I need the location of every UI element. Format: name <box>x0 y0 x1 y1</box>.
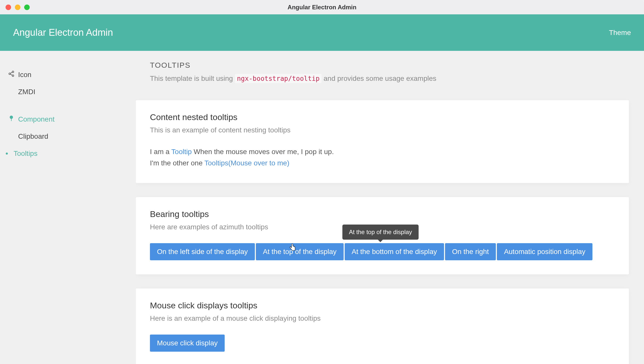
theme-toggle[interactable]: Theme <box>609 29 631 37</box>
app-title: Angular Electron Admin <box>13 27 113 38</box>
svg-line-4 <box>10 74 12 75</box>
dot-icon <box>6 153 8 155</box>
window-title: Angular Electron Admin <box>288 4 356 11</box>
button-row: At the top of the display On the left si… <box>150 243 615 260</box>
tooltip-link-1[interactable]: Tooltip <box>171 148 192 156</box>
card-title: Mouse click displays tooltips <box>150 301 615 310</box>
main-content: TOOLTIPS This template is built using ng… <box>136 51 644 364</box>
svg-line-3 <box>10 72 12 73</box>
card-subtitle: This is an example of content nesting to… <box>150 126 615 134</box>
maximize-window-button[interactable] <box>24 5 30 10</box>
app-header: Angular Electron Admin Theme <box>0 14 644 51</box>
tooltip-link-2[interactable]: Tooltips(Mouse over to me) <box>205 159 290 167</box>
tooltip-button-right[interactable]: On the right <box>445 243 496 260</box>
sidebar-group-icon[interactable]: Icon <box>0 66 136 83</box>
sidebar-item-label: Tooltips <box>14 145 37 162</box>
tooltip-button-auto[interactable]: Automatic position display <box>497 243 592 260</box>
mouse-click-button[interactable]: Mouse click display <box>150 335 225 352</box>
svg-point-0 <box>12 71 14 73</box>
card-content-nested-tooltips: Content nested tooltips This is an examp… <box>136 100 629 183</box>
minimize-window-button[interactable] <box>15 5 20 10</box>
card-title: Content nested tooltips <box>150 112 615 122</box>
sidebar-item-tooltips[interactable]: Tooltips <box>0 145 136 162</box>
code-snippet: ngx-bootstrap/tooltip <box>235 74 322 83</box>
card-bearing-tooltips: Bearing tooltips Here are examples of az… <box>136 197 629 274</box>
tooltip-popup: At the top of the display <box>342 225 419 240</box>
svg-point-1 <box>9 73 11 75</box>
sidebar-item-clipboard[interactable]: Clipboard <box>0 128 136 145</box>
card-title: Bearing tooltips <box>150 209 615 219</box>
card-body-text: I am a Tooltip When the mouse moves over… <box>150 146 615 169</box>
pin-icon <box>8 115 15 123</box>
sidebar-group-label: Icon <box>18 71 31 79</box>
share-icon <box>8 70 15 79</box>
tooltip-button-top[interactable]: At the top of the display <box>256 243 344 260</box>
sidebar-group-component[interactable]: Component <box>0 111 136 128</box>
window-titlebar: Angular Electron Admin <box>0 0 644 14</box>
sidebar-group-label: Component <box>18 115 55 123</box>
svg-rect-6 <box>11 118 12 121</box>
close-window-button[interactable] <box>6 5 11 10</box>
page-subtext: This template is built using ngx-bootstr… <box>136 75 629 83</box>
svg-point-2 <box>12 75 14 77</box>
tooltip-button-left[interactable]: On the left side of the display <box>150 243 255 260</box>
tooltip-button-bottom[interactable]: At the bottom of the display <box>345 243 444 260</box>
card-subtitle: Here is an example of a mouse click disp… <box>150 314 615 322</box>
sidebar: Icon ZMDI Component Clipboard Tooltips <box>0 51 136 364</box>
sidebar-item-zmdi[interactable]: ZMDI <box>0 83 136 100</box>
card-mouse-click-tooltips: Mouse click displays tooltips Here is an… <box>136 288 629 364</box>
page-heading: TOOLTIPS <box>136 61 629 69</box>
